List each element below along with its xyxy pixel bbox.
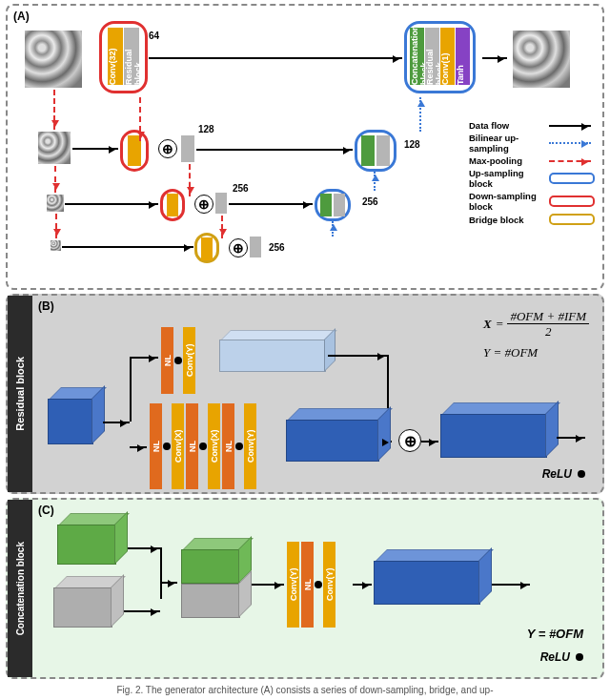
c-layers: Conv(Y) NL Conv(Y) — [286, 542, 336, 628]
maxpool-skip-2 — [221, 216, 223, 238]
up-block-2 — [315, 189, 351, 221]
c-eq: Y = #OFM — [527, 627, 583, 641]
c-arr-out2 — [492, 584, 530, 586]
ch-256: 256 — [233, 183, 249, 194]
relu-dot-icon — [163, 443, 171, 450]
input-l1 — [38, 132, 71, 164]
skip-arrow-0 — [149, 57, 402, 59]
conv-l2 — [167, 194, 178, 216]
b-arrow-in — [103, 422, 130, 423]
ch-128r: 128 — [404, 139, 420, 150]
b-bot-cx1: Conv(X) — [172, 403, 184, 489]
b-eq2: Y = #OFM — [483, 345, 538, 360]
relu-dot-icon — [235, 443, 243, 450]
panel-a: (A) Conv(32) Residual block 64 Concatena… — [6, 4, 604, 290]
add-l3: ⊕ — [229, 238, 248, 257]
add-l2: ⊕ — [194, 195, 214, 214]
add-l1: ⊕ — [158, 139, 177, 158]
c-nl: NL — [301, 542, 314, 628]
ch-64: 64 — [149, 31, 159, 41]
panel-c: Concatenation block (C) — [6, 498, 604, 679]
maxpool-skip-0 — [139, 97, 141, 141]
c-arr-out1 — [353, 584, 372, 586]
conv32-slab: Conv(32) — [108, 28, 123, 85]
ch-128: 128 — [198, 124, 214, 134]
upsample-1 — [419, 97, 421, 132]
c-arr-mid — [252, 584, 284, 586]
b-relu-legend: ReLU — [542, 467, 585, 481]
legend-dataflow: Data flow — [469, 120, 543, 131]
down-block-2 — [160, 189, 185, 221]
conv1-slab: Conv(1) — [440, 28, 455, 85]
tanh-slab: Tanh — [456, 28, 470, 85]
res-l3 — [250, 237, 261, 257]
c-arr-grey — [124, 610, 160, 612]
legend-maxpool: Max-pooling — [469, 155, 543, 166]
c-relu-legend: ReLU — [540, 650, 583, 664]
upsample-3 — [332, 221, 334, 237]
b-arrow-out1 — [421, 441, 438, 443]
b-bot-nl2: NL — [186, 403, 198, 489]
panel-c-sidebar: Concatenation block — [8, 500, 32, 677]
resblock-slab: Residual block — [124, 28, 139, 85]
b-add: ⊕ — [398, 429, 421, 452]
input-image — [25, 31, 82, 88]
concat-slab: Concatenation block — [410, 28, 424, 85]
b-equations: X = #OFM + #IFM2 Y = #OFM — [483, 309, 589, 360]
b-arrow-top2 — [328, 355, 387, 357]
resblock-slab-d0: Residual block — [425, 28, 439, 85]
c-conv1: Conv(Y) — [287, 542, 299, 628]
input-l3 — [51, 240, 61, 251]
skip-arrow-1 — [196, 149, 353, 151]
b-top-conv: Conv(Y) — [183, 327, 195, 394]
maxpool-0 — [53, 90, 55, 130]
res-l1d — [376, 135, 390, 166]
b-bot-cx2: Conv(X) — [208, 403, 220, 489]
c-join-v — [160, 547, 162, 599]
b-arrow-out2 — [557, 437, 585, 439]
res-l2 — [215, 193, 227, 214]
flow-l2a — [65, 203, 158, 205]
maxpool-2 — [55, 214, 57, 238]
legend-upsample: Bilinear up-sampling — [469, 133, 543, 154]
relu-dot-icon — [315, 581, 322, 588]
ch-256b: 256 — [269, 242, 285, 253]
b-arrow-merge — [391, 441, 392, 443]
relu-dot-icon — [578, 470, 585, 478]
panel-b-title: Residual block — [14, 357, 26, 431]
b-bot-nl1: NL — [150, 403, 162, 489]
c-arr-g — [128, 547, 160, 549]
up-block-0: Concatenation block Residual block Conv(… — [404, 21, 476, 93]
legend-bridge: Bridge block — [469, 215, 543, 225]
conv-l3 — [201, 237, 213, 260]
panel-b-sidebar: Residual block — [8, 296, 32, 492]
b-bot-cy: Conv(Y) — [244, 403, 256, 489]
maxpool-1 — [54, 166, 56, 193]
c-relu-label: ReLU — [540, 650, 570, 664]
b-arrow-bot — [130, 446, 147, 448]
c-conv2: Conv(Y) — [323, 542, 336, 628]
input-l2 — [47, 195, 64, 212]
down-block-0: Conv(32) Residual block — [99, 21, 148, 93]
flow-l1a — [72, 148, 118, 150]
res-l1 — [181, 135, 194, 162]
relu-dot-icon — [199, 443, 207, 450]
panel-c-title: Concatenation block — [15, 542, 26, 635]
skip-arrow-2 — [229, 203, 313, 205]
relu-dot-icon — [174, 357, 182, 364]
concat-l2 — [320, 194, 332, 216]
bridge-block — [194, 233, 219, 263]
upsample-2 — [374, 172, 376, 191]
b-branch-split — [130, 357, 132, 422]
b-top-nl: NL — [161, 327, 173, 394]
up-block-1 — [355, 130, 396, 172]
flow-l3a — [62, 246, 193, 248]
relu-dot-icon — [576, 653, 583, 661]
legend-downblock: Down-sampling block — [469, 191, 543, 212]
concat-l1 — [361, 135, 375, 166]
legend: Data flow Bilinear up-sampling Max-pooli… — [469, 118, 595, 227]
b-top-layers: NL Conv(Y) — [160, 322, 196, 399]
b-arrow-top — [130, 357, 158, 359]
figure-caption: Fig. 2. The generator architecture (A) c… — [0, 685, 610, 695]
maxpool-skip-1 — [189, 164, 191, 196]
